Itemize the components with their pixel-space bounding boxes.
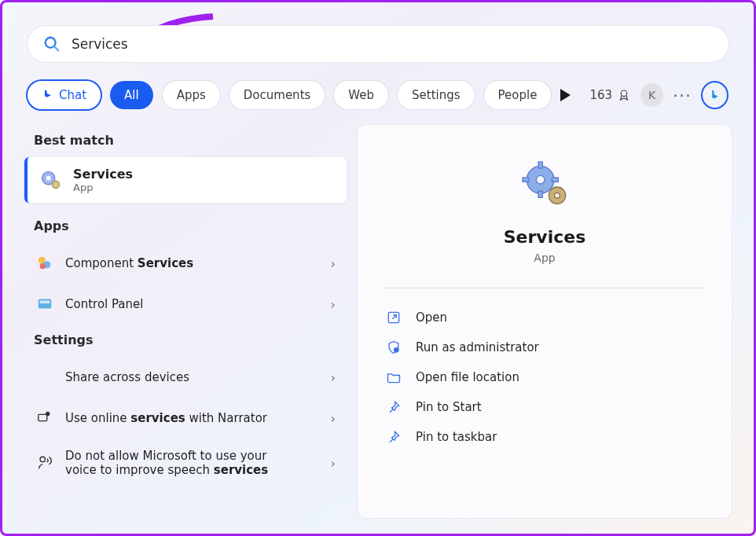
component-services-icon <box>35 254 54 273</box>
services-large-icon <box>517 156 572 211</box>
narrator-icon <box>35 409 54 428</box>
action-open-location[interactable]: Open file location <box>383 362 706 392</box>
medal-icon <box>617 88 631 102</box>
action-open[interactable]: Open <box>383 303 706 332</box>
divider <box>383 288 706 288</box>
search-input[interactable] <box>72 36 713 52</box>
settings-item-online-services-narrator[interactable]: Use online services with Narrator › <box>24 398 347 439</box>
svg-rect-19 <box>552 178 558 182</box>
bing-chat-icon <box>42 89 54 101</box>
filter-more-icon[interactable] <box>560 89 571 101</box>
open-icon <box>386 310 402 325</box>
folder-icon <box>386 369 402 385</box>
details-pane: Services App Open Run as administrator O… <box>358 125 732 518</box>
shield-icon <box>386 340 402 355</box>
details-title: Services <box>383 227 706 247</box>
best-match-subtitle: App <box>73 182 133 193</box>
svg-line-1 <box>54 46 59 51</box>
svg-point-4 <box>46 176 51 181</box>
chevron-right-icon: › <box>331 456 336 471</box>
chevron-right-icon: › <box>331 256 336 271</box>
pin-icon <box>386 399 402 415</box>
svg-rect-16 <box>538 162 542 168</box>
best-match-item[interactable]: Services App <box>24 157 347 203</box>
tab-documents[interactable]: Documents <box>229 81 325 109</box>
voice-icon <box>35 453 54 472</box>
settings-item-share-devices[interactable]: Share across devices › <box>24 357 347 398</box>
tab-web[interactable]: Web <box>334 81 388 109</box>
action-pin-taskbar[interactable]: Pin to taskbar <box>383 422 706 452</box>
search-icon <box>43 35 61 53</box>
svg-point-2 <box>621 90 627 97</box>
action-pin-start[interactable]: Pin to Start <box>383 392 706 422</box>
svg-point-12 <box>46 412 50 417</box>
best-match-title: Services <box>73 167 133 182</box>
svg-point-13 <box>40 457 45 461</box>
details-type: App <box>383 251 706 264</box>
svg-rect-18 <box>523 178 529 182</box>
tab-all[interactable]: All <box>110 81 153 109</box>
tab-chat[interactable]: Chat <box>28 81 101 109</box>
tab-people[interactable]: People <box>484 81 552 109</box>
apps-heading: Apps <box>34 218 337 233</box>
settings-item-speech-services[interactable]: Do not allow Microsoft to use your voice… <box>24 439 347 487</box>
results-pane: Best match Services App Apps Component S… <box>24 128 347 487</box>
svg-point-8 <box>40 263 46 269</box>
settings-heading: Settings <box>34 332 337 347</box>
svg-point-21 <box>555 193 560 198</box>
bing-icon <box>708 88 722 102</box>
tab-settings[interactable]: Settings <box>398 81 475 109</box>
search-bar[interactable] <box>28 26 728 62</box>
tab-chat-label: Chat <box>59 88 86 102</box>
user-avatar[interactable]: K <box>640 83 663 107</box>
chevron-right-icon: › <box>331 297 336 312</box>
tab-apps[interactable]: Apps <box>163 81 220 109</box>
best-match-heading: Best match <box>34 133 337 148</box>
control-panel-icon <box>35 295 54 314</box>
svg-rect-9 <box>39 299 52 309</box>
rewards-score[interactable]: 163 <box>589 88 631 102</box>
svg-rect-10 <box>40 300 50 303</box>
svg-rect-11 <box>39 414 47 420</box>
svg-rect-17 <box>538 191 542 197</box>
chevron-right-icon: › <box>331 411 336 426</box>
apps-item-component-services[interactable]: Component Services › <box>24 243 347 284</box>
services-gear-icon <box>39 168 62 192</box>
bing-button[interactable] <box>701 81 728 109</box>
more-options-icon[interactable]: ··· <box>673 86 692 105</box>
svg-point-23 <box>394 347 399 353</box>
svg-point-5 <box>52 181 59 188</box>
filter-row: Chat All Apps Documents Web Settings Peo… <box>28 81 728 109</box>
pin-icon <box>386 429 402 445</box>
apps-item-control-panel[interactable]: Control Panel › <box>24 284 347 325</box>
svg-point-15 <box>536 175 545 184</box>
action-run-admin[interactable]: Run as administrator <box>383 332 706 362</box>
chevron-right-icon: › <box>331 370 336 385</box>
